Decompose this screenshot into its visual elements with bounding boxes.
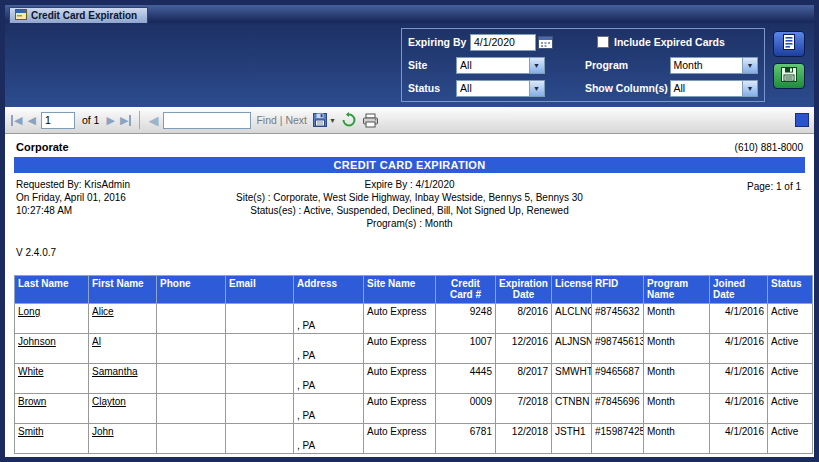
cell-last-name: Long [15,304,89,334]
column-header-phone[interactable]: Phone [157,276,226,304]
cell-joined-date: 4/1/2016 [710,364,768,394]
column-header-expiration-date[interactable]: Expiration Date [496,276,552,304]
first-name-link[interactable]: Alice [92,306,114,317]
find-link[interactable]: Find [256,114,276,126]
table-row: JohnsonAl, PAAuto Express100712/2016ALJN… [15,334,813,364]
find-text-input[interactable] [163,112,251,129]
page-number-input[interactable] [41,112,75,129]
column-header-license[interactable]: License [552,276,592,304]
cell-program-name: Month [644,334,710,364]
show-columns-dropdown-arrow-icon[interactable]: ▼ [742,81,757,96]
export-button[interactable]: ▼ [312,112,336,128]
export-dropdown-caret-icon[interactable]: ▼ [329,117,336,124]
column-header-email[interactable]: Email [226,276,294,304]
cell-phone [157,364,226,394]
report-title-banner: CREDIT CARD EXPIRATION [14,157,805,173]
cell-status: Active [768,304,813,334]
app-window: Credit Card Expiration Expiring By Inclu… [0,0,819,462]
cell-last-name: Johnson [15,334,89,364]
column-header-first-name[interactable]: First Name [89,276,157,304]
expiring-by-input[interactable] [470,34,536,51]
cell-rfid: #98745613 [592,334,644,364]
column-header-status[interactable]: Status [768,276,813,304]
cell-credit-card: 6781 [436,424,496,454]
cell-program-name: Month [644,304,710,334]
filter-panel: Expiring By Include Expired Cards Site A… [5,23,814,107]
first-name-link[interactable]: Samantha [92,366,138,377]
programs-line: Program(s) : Month [14,217,805,230]
page-info: Page: 1 of 1 [747,181,801,192]
include-expired-label: Include Expired Cards [614,36,725,48]
cell-site-name: Auto Express [364,304,436,334]
column-header-last-name[interactable]: Last Name [15,276,89,304]
requested-time: 10:27:48 AM [16,204,130,217]
save-export-button[interactable] [773,63,805,89]
site-label: Site [408,59,456,71]
column-header-rfid[interactable]: RFID [592,276,644,304]
cell-first-name: Samantha [89,364,157,394]
status-label: Status [408,82,456,94]
last-page-icon[interactable]: ▶ [120,115,131,126]
previous-page-icon[interactable]: ◀ [27,115,35,126]
first-name-link[interactable]: Clayton [92,396,126,407]
print-button[interactable] [362,113,379,128]
report-info-block: Requested By: KrisAdmin On Friday, April… [14,177,805,235]
first-name-link[interactable]: Al [92,336,101,347]
refresh-button[interactable] [341,112,357,128]
column-header-program-name[interactable]: Program Name [644,276,710,304]
cell-expiration-date: 7/2018 [496,394,552,424]
cell-email [226,334,294,364]
include-expired-checkbox[interactable] [597,36,609,48]
tab-credit-card-expiration[interactable]: Credit Card Expiration [9,7,148,23]
cell-joined-date: 4/1/2016 [710,394,768,424]
cell-program-name: Month [644,424,710,454]
cell-program-name: Month [644,364,710,394]
site-dropdown-arrow-icon[interactable]: ▼ [529,58,544,73]
site-dropdown[interactable]: All ▼ [456,57,545,74]
column-header-address[interactable]: Address [294,276,364,304]
show-columns-dropdown[interactable]: All ▼ [670,80,759,97]
cell-site-name: Auto Express [364,364,436,394]
last-name-link[interactable]: Brown [18,396,46,407]
last-name-link[interactable]: White [18,366,44,377]
program-dropdown[interactable]: Month ▼ [670,57,759,74]
run-report-button[interactable] [773,31,805,57]
report-criteria: Expire By : 4/1/2020 Site(s) : Corporate… [14,177,805,230]
column-header-site-name[interactable]: Site Name [364,276,436,304]
status-dropdown-arrow-icon[interactable]: ▼ [529,81,544,96]
toolbar-separator [139,111,140,129]
first-page-icon[interactable]: ◀ [11,115,22,126]
report-header-row: Corporate (610) 881-8000 [14,139,805,157]
company-name: Corporate [16,141,69,153]
report-icon [781,33,797,55]
cell-license: CTNBN [552,394,592,424]
cell-address: , PA [294,364,364,394]
cell-first-name: Al [89,334,157,364]
first-name-link[interactable]: John [92,426,114,437]
back-to-parent-report-icon[interactable]: ◀ [148,113,158,128]
cell-first-name: Alice [89,304,157,334]
program-dropdown-arrow-icon[interactable]: ▼ [742,58,757,73]
save-icon [780,66,798,87]
requested-day: On Friday, April 01, 2016 [16,191,130,204]
column-header-credit-card[interactable]: Credit Card # [436,276,496,304]
cell-email [226,304,294,334]
last-name-link[interactable]: Long [18,306,40,317]
cell-rfid: #7845696 [592,394,644,424]
cell-expiration-date: 8/2016 [496,304,552,334]
calendar-icon[interactable] [538,36,553,49]
toolbar-corner-button[interactable] [795,113,809,127]
cell-joined-date: 4/1/2016 [710,424,768,454]
find-next-separator: | [280,114,283,126]
sites-line: Site(s) : Corporate, West Side Highway, … [14,191,805,204]
next-link[interactable]: Next [285,114,307,126]
cell-expiration-date: 12/2016 [496,334,552,364]
column-header-joined-date[interactable]: Joined Date [710,276,768,304]
report-page: Corporate (610) 881-8000 CREDIT CARD EXP… [5,134,814,457]
next-page-icon[interactable]: ▶ [106,115,114,126]
status-dropdown[interactable]: All ▼ [456,80,545,97]
last-name-link[interactable]: Smith [18,426,44,437]
table-row: SmithJohn, PAAuto Express678112/2018JSTH… [15,424,813,454]
cell-status: Active [768,424,813,454]
last-name-link[interactable]: Johnson [18,336,56,347]
